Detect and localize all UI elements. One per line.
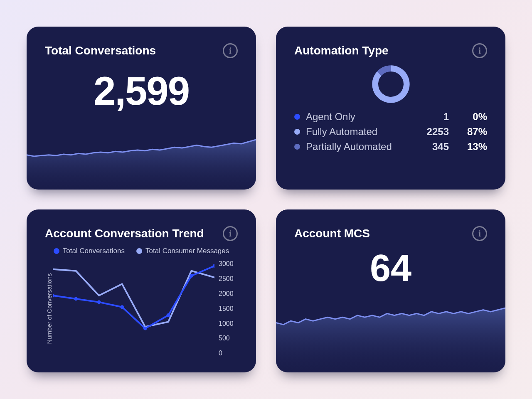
legend-percent: 87%	[455, 126, 487, 138]
legend-dot-series-b	[136, 248, 142, 254]
legend-row: Partially Automated34513%	[294, 141, 487, 153]
legend-dot-icon	[294, 144, 300, 150]
card-automation-type: Automation Type i Agent Only10%Fully Aut…	[276, 27, 505, 190]
y-tick: 2000	[219, 290, 234, 298]
svg-point-3	[120, 305, 124, 309]
account-mcs-sparkline	[276, 304, 505, 372]
legend-percent: 13%	[455, 141, 487, 153]
automation-legend: Agent Only10%Fully Automated225387%Parti…	[294, 111, 487, 153]
svg-point-5	[166, 313, 170, 317]
legend-row: Fully Automated225387%	[294, 126, 487, 138]
svg-point-6	[190, 274, 193, 278]
y-tick: 3000	[219, 260, 234, 268]
y-tick: 0	[219, 350, 222, 357]
trend-plot	[53, 259, 214, 358]
legend-dot-icon	[294, 114, 300, 120]
card-title: Account MCS	[294, 227, 370, 240]
legend-label: Agent Only	[306, 111, 414, 123]
card-title: Automation Type	[294, 44, 389, 57]
legend-dot-icon	[294, 129, 300, 135]
legend-label: Fully Automated	[306, 126, 414, 138]
legend-dot-series-a	[54, 248, 59, 254]
info-icon[interactable]: i	[223, 43, 238, 58]
y-tick: 1500	[219, 305, 234, 313]
info-icon[interactable]: i	[472, 43, 487, 58]
svg-point-2	[97, 300, 101, 304]
y-tick: 2500	[219, 275, 234, 283]
legend-row: Agent Only10%	[294, 111, 487, 123]
svg-point-4	[143, 327, 147, 330]
y-tick: 1000	[219, 320, 234, 328]
legend-percent: 0%	[455, 111, 487, 123]
y-tick: 500	[219, 335, 230, 342]
info-icon[interactable]: i	[223, 226, 238, 241]
trend-legend: Total Conversations Total Consumer Messa…	[45, 247, 238, 255]
trend-y-axis-label: Number of Conversations	[45, 259, 53, 358]
card-account-conversation-trend: Account Conversation Trend i Total Conve…	[27, 209, 256, 372]
card-total-conversations: Total Conversations i 2,599	[27, 27, 256, 190]
card-account-mcs: Account MCS i 64	[276, 209, 505, 372]
legend-label: Partially Automated	[306, 141, 414, 153]
svg-point-1	[74, 297, 78, 301]
legend-label-series-a: Total Conversations	[63, 247, 125, 255]
total-conversations-value: 2,599	[45, 68, 238, 114]
card-title: Total Conversations	[45, 44, 156, 57]
legend-label-series-b: Total Consumer Messages	[145, 247, 229, 255]
info-icon[interactable]: i	[472, 226, 487, 241]
card-title: Account Conversation Trend	[45, 227, 204, 240]
legend-count: 1	[420, 111, 449, 123]
legend-count: 2253	[420, 126, 449, 138]
legend-count: 345	[420, 141, 449, 153]
trend-y-ticks: 300025002000150010005000	[214, 259, 238, 358]
total-conversations-sparkline	[27, 135, 256, 190]
automation-donut-chart	[294, 62, 487, 106]
svg-point-0	[53, 294, 54, 298]
account-mcs-value: 64	[294, 247, 487, 290]
